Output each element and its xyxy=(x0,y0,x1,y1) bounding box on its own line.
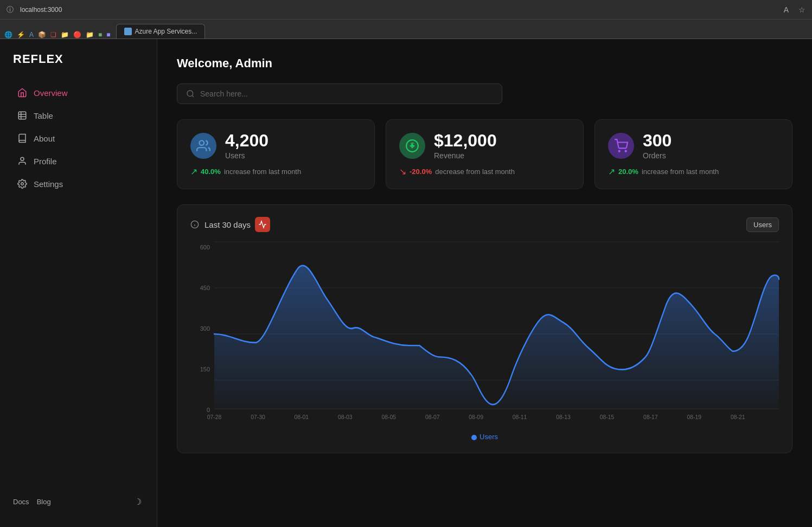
change-pct-users: 40.0% xyxy=(201,168,221,176)
stat-label-users: Users xyxy=(225,151,268,160)
browser-controls: ⓘ localhost:3000 xyxy=(7,5,62,15)
chart-title-text: Last 30 days xyxy=(204,220,251,229)
person-icon xyxy=(17,156,27,166)
sidebar-footer: Docs Blog ☽ xyxy=(0,496,157,514)
y-label-600: 600 xyxy=(200,244,210,250)
sidebar-item-profile[interactable]: Profile xyxy=(4,150,152,172)
table-icon xyxy=(17,111,27,120)
x-label-0813: 08-13 xyxy=(556,414,571,421)
stat-card-orders: 300 Orders ↗ 20.0% increase from last mo… xyxy=(594,119,792,189)
orders-icon xyxy=(608,133,634,159)
svg-point-4 xyxy=(21,157,24,160)
chart-container: 600 450 300 150 0 xyxy=(190,242,779,441)
stat-value-orders: 300 xyxy=(643,132,672,149)
sidebar-item-table[interactable]: Table xyxy=(4,104,152,127)
svg-point-14 xyxy=(625,151,626,152)
docs-link[interactable]: Docs xyxy=(13,498,29,506)
trend-up-icon-orders: ↗ xyxy=(608,166,615,177)
stat-value-revenue: $12,000 xyxy=(434,132,497,149)
y-label-150: 150 xyxy=(200,366,210,372)
stat-change-orders: ↗ 20.0% increase from last month xyxy=(608,166,779,177)
chart-filter-button[interactable]: Users xyxy=(746,217,779,232)
svg-text:$: $ xyxy=(411,141,415,149)
x-label-0817: 08-17 xyxy=(643,414,658,421)
x-label-0805: 08-05 xyxy=(381,414,396,421)
x-label-0821: 08-21 xyxy=(731,414,745,421)
x-label-0728: 07-28 xyxy=(207,414,222,421)
x-label-0730: 07-30 xyxy=(251,414,265,421)
tab-title: Azure App Services... xyxy=(135,28,197,35)
chart-svg: 07-28 07-30 08-01 08-03 08-05 08-07 08-0… xyxy=(214,242,779,426)
x-label-0807: 08-07 xyxy=(425,414,440,421)
tab-bar: 🌐 ⚡ A 📦 ❏ 📁 🔴 📁 ■ ■ Azure App Services..… xyxy=(0,20,812,39)
search-input[interactable] xyxy=(200,89,493,98)
y-label-0: 0 xyxy=(207,407,210,413)
change-text-users: increase from last month xyxy=(224,168,301,176)
chart-section: Last 30 days Users 600 450 300 xyxy=(177,204,792,453)
change-text-revenue: decrease from last month xyxy=(435,168,515,176)
svg-line-7 xyxy=(192,95,194,97)
url-display: localhost:3000 xyxy=(20,6,62,14)
chart-area: 07-28 07-30 08-01 08-03 08-05 08-07 08-0… xyxy=(214,242,779,428)
x-label-0811: 08-11 xyxy=(513,414,527,421)
revenue-icon: $ xyxy=(399,133,425,159)
x-label-0809: 08-09 xyxy=(469,414,483,421)
svg-point-6 xyxy=(187,91,193,97)
sidebar-item-label: Settings xyxy=(34,179,63,189)
tab-favicon xyxy=(124,28,132,35)
change-pct-orders: 20.0% xyxy=(618,168,638,176)
book-icon xyxy=(17,133,27,143)
stat-card-users: 4,200 Users ↗ 40.0% increase from last m… xyxy=(177,119,375,189)
stat-value-users: 4,200 xyxy=(225,132,268,149)
x-label-0819: 08-19 xyxy=(687,414,702,421)
browser-favicon-row: 🌐 ⚡ A 📦 ❏ 📁 🔴 📁 ■ ■ xyxy=(4,31,111,38)
home-icon xyxy=(17,88,27,98)
blog-link[interactable]: Blog xyxy=(37,498,51,506)
svg-point-5 xyxy=(21,183,24,185)
info-icon: ⓘ xyxy=(7,5,14,15)
theme-toggle[interactable]: ☽ xyxy=(132,496,144,507)
page-title: Welcome, Admin xyxy=(177,56,792,70)
x-label-0815: 08-15 xyxy=(600,414,615,421)
stat-card-revenue: $ $12,000 Revenue ↘ -20.0% decrease from… xyxy=(386,119,584,189)
sidebar-item-label: Overview xyxy=(34,88,68,98)
app-layout: REFLEX Overview Table xyxy=(0,39,812,527)
legend-item-users: Users xyxy=(471,433,498,441)
stats-row: 4,200 Users ↗ 40.0% increase from last m… xyxy=(177,119,792,189)
sidebar-item-label: Table xyxy=(34,111,53,120)
change-pct-revenue: -20.0% xyxy=(410,168,432,176)
info-circle-icon xyxy=(190,220,199,229)
gear-icon xyxy=(17,179,27,189)
sidebar-item-label: About xyxy=(34,134,55,143)
stat-change-revenue: ↘ -20.0% decrease from last month xyxy=(399,166,570,177)
svg-rect-0 xyxy=(18,112,26,119)
svg-point-8 xyxy=(199,140,204,145)
active-tab[interactable]: Azure App Services... xyxy=(116,24,206,38)
change-text-orders: increase from last month xyxy=(642,168,719,176)
sidebar-item-about[interactable]: About xyxy=(4,127,152,150)
footer-links: Docs Blog xyxy=(13,498,51,506)
search-icon xyxy=(186,89,195,98)
y-label-450: 450 xyxy=(200,285,210,291)
y-label-300: 300 xyxy=(200,325,210,332)
sidebar-item-label: Profile xyxy=(34,157,57,166)
chart-badge-icon xyxy=(255,217,270,232)
sidebar-item-settings[interactable]: Settings xyxy=(4,172,152,195)
chart-header: Last 30 days Users xyxy=(190,217,779,232)
svg-point-13 xyxy=(619,151,620,152)
stat-change-users: ↗ 40.0% increase from last month xyxy=(190,166,361,177)
sidebar-item-overview[interactable]: Overview xyxy=(4,81,152,104)
main-content: Welcome, Admin xyxy=(157,39,812,527)
x-label-0803: 08-03 xyxy=(338,414,353,421)
x-label-0801: 08-01 xyxy=(295,414,309,421)
chart-title: Last 30 days xyxy=(204,217,270,232)
trend-up-icon: ↗ xyxy=(190,166,197,177)
font-icon: A xyxy=(784,5,789,14)
search-bar[interactable] xyxy=(177,83,502,104)
browser-bar: ⓘ localhost:3000 A ☆ xyxy=(0,0,812,20)
y-axis-labels: 600 450 300 150 0 xyxy=(190,242,214,426)
app-logo: REFLEX xyxy=(0,52,157,81)
chart-legend: Users xyxy=(190,433,779,441)
users-icon xyxy=(190,133,216,159)
star-icon: ☆ xyxy=(798,5,805,14)
